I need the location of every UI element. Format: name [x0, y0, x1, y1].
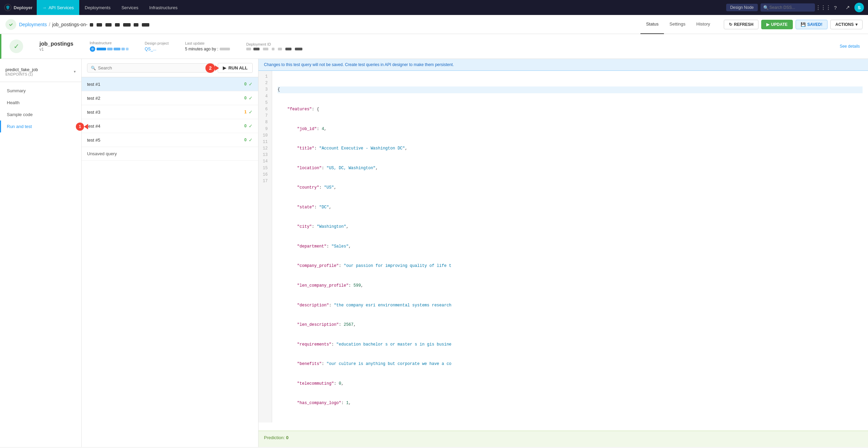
id-m1 — [246, 48, 251, 50]
step1-badge: 1 — [76, 123, 84, 131]
code-line: "description": "the company esri environ… — [278, 302, 863, 309]
test-item[interactable]: test #3 1 ✓ — [82, 105, 258, 119]
test-search-wrap[interactable]: 🔍 — [87, 63, 214, 73]
nav-infrastructures[interactable]: Infrastructures — [144, 0, 183, 15]
test-search-input[interactable] — [98, 65, 211, 70]
test-item[interactable]: test #5 0 ✓ — [82, 133, 258, 147]
deploy-id-label: Deployment ID — [246, 42, 303, 46]
test-status: 1 ✓ — [244, 109, 253, 115]
deploy-info-bar: ✓ job_postings v1 Infrastructure ⚙ Desig… — [0, 34, 868, 59]
deploy-id-value — [246, 48, 303, 50]
last-update-section: Last update 5 minutes ago by : — [185, 41, 230, 51]
infrastructure-section: Infrastructure ⚙ — [90, 41, 129, 52]
apps-icon[interactable]: ⋮⋮⋮ — [818, 2, 829, 13]
design-project-value: QS_... — [145, 47, 169, 51]
test-item[interactable]: test #4 0 ✓ — [82, 119, 258, 133]
code-line: "len_company_profile": 599, — [278, 283, 863, 289]
code-line: { — [278, 86, 863, 93]
arrow-right-icon — [215, 65, 219, 71]
breadcrumb-root[interactable]: Deployments — [19, 22, 47, 27]
tab-history[interactable]: History — [691, 15, 715, 34]
user-avatar[interactable]: S — [854, 3, 864, 12]
step2-badge: 2 — [205, 63, 215, 73]
help-icon[interactable]: ? — [830, 2, 841, 13]
code-area[interactable]: 1 2 3 4 5 6 7 8 9 10 11 12 13 14 15 16 1 — [258, 71, 868, 431]
code-line: "company_profile": "our passion for impr… — [278, 263, 863, 269]
code-line: "city": "Washington", — [278, 224, 863, 230]
see-details-link[interactable]: See details — [840, 44, 860, 49]
chevron-down-icon: ▾ — [74, 69, 76, 74]
breadcrumb: Deployments / job_postings-on- — [19, 22, 638, 27]
code-editor: 1 2 3 4 5 6 7 8 9 10 11 12 13 14 15 16 1 — [258, 71, 868, 422]
save-icon: 💾 — [801, 22, 806, 27]
infra-dot-5 — [126, 48, 129, 50]
endpoint-selector[interactable]: predict_fake_job ENDPOINTS (1) ▾ — [0, 64, 81, 79]
nav-deployments[interactable]: Deployments — [79, 0, 116, 15]
prediction-value: 0 — [286, 435, 288, 440]
design-node-badge: Design Node — [726, 4, 758, 11]
global-search-input[interactable] — [761, 3, 815, 12]
infra-dot-3 — [114, 48, 120, 50]
sidebar-item-sample-code[interactable]: Sample code — [0, 109, 81, 121]
test-item[interactable]: test #1 0 ✓ — [82, 77, 258, 91]
design-project-link[interactable]: QS_... — [145, 47, 156, 51]
external-link-icon[interactable]: ↗ — [842, 2, 853, 13]
nav-api-services[interactable]: → API Services — [37, 0, 79, 15]
tab-settings[interactable]: Settings — [664, 15, 691, 34]
last-update-label: Last update — [185, 41, 230, 45]
infra-dot-4 — [121, 48, 125, 50]
top-nav-icons: ⋮⋮⋮ ? ↗ S — [818, 2, 864, 13]
test-item[interactable]: test #2 0 ✓ — [82, 91, 258, 105]
test-status: 0 ✓ — [244, 137, 253, 143]
endpoint-count: ENDPOINTS (1) — [5, 72, 38, 76]
sidebar-item-summary[interactable]: Summary — [0, 85, 81, 97]
id-m4 — [272, 48, 274, 50]
masked-6 — [134, 23, 138, 27]
id-m6 — [285, 48, 291, 50]
test-panel: 🔍 2 ▶ RUN ALL test #1 0 — [82, 59, 258, 447]
test-status: 0 ✓ — [244, 95, 253, 101]
masked-1 — [90, 23, 93, 27]
sidebar-item-run-and-test[interactable]: Run and test — [0, 121, 81, 132]
saved-button[interactable]: 💾 SAVED! — [796, 20, 828, 29]
unsaved-query-item[interactable]: Unsaved query — [82, 147, 258, 161]
masked-5 — [123, 23, 131, 27]
check-icon: ✓ — [249, 95, 253, 101]
test-status: 0 ✓ — [244, 81, 253, 87]
play-icon: ▶ — [766, 22, 769, 27]
prediction-bar: Prediction: 0 — [258, 431, 868, 447]
code-line: "benefits": "our culture is anything but… — [278, 361, 863, 367]
refresh-button[interactable]: ↻ REFRESH — [724, 20, 758, 29]
update-button[interactable]: ▶ UPDATE — [761, 20, 792, 29]
code-line: "title": "Account Executive - Washington… — [278, 145, 863, 152]
code-line: "job_id": 4, — [278, 126, 863, 132]
code-line: "state": "DC", — [278, 204, 863, 211]
run-all-button[interactable]: ▶ RUN ALL — [218, 63, 253, 73]
actions-button[interactable]: ACTIONS ▾ — [830, 20, 863, 29]
deploy-name-section: job_postings v1 — [39, 41, 73, 52]
refresh-icon: ↻ — [729, 22, 732, 27]
sidebar-item-health[interactable]: Health — [0, 97, 81, 109]
play-icon: ▶ — [223, 65, 226, 70]
nav-services[interactable]: Services — [116, 0, 144, 15]
logo[interactable]: Deployer — [4, 4, 37, 11]
sidebar-divider — [0, 82, 81, 82]
id-m5 — [278, 48, 282, 50]
infra-circle-icon: ⚙ — [90, 46, 95, 52]
masked-4 — [115, 23, 120, 27]
arrow-left-icon — [84, 124, 88, 129]
tab-status[interactable]: Status — [640, 15, 664, 34]
check-icon: ✓ — [249, 123, 253, 129]
breadcrumb-current: job_postings-on- — [52, 22, 151, 27]
deploy-service-name: job_postings — [39, 41, 73, 47]
last-update-value: 5 minutes ago by : — [185, 47, 230, 51]
svg-point-1 — [8, 22, 14, 27]
check-icon: ✓ — [249, 109, 253, 115]
run-and-test-row: Run and test 1 — [0, 121, 81, 132]
id-m2 — [253, 48, 260, 50]
code-content[interactable]: { "features": { "job_id": 4, "title": "A… — [272, 71, 868, 422]
masked-3 — [105, 23, 112, 27]
user-masked — [220, 48, 230, 50]
design-project-section: Design project QS_... — [145, 41, 169, 51]
deploy-id-section: Deployment ID — [246, 42, 303, 50]
